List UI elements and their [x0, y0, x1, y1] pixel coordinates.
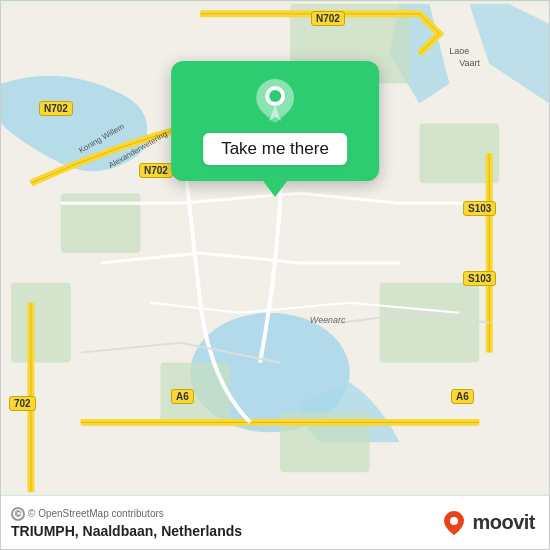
- osm-credit-text: © OpenStreetMap contributors: [28, 508, 164, 519]
- osm-credit: © © OpenStreetMap contributors: [11, 507, 242, 521]
- svg-text:Laoe: Laoe: [449, 46, 469, 56]
- road-label-s103-2: S103: [463, 271, 496, 286]
- location-title: TRIUMPH, Naaldbaan, Netherlands: [11, 523, 242, 539]
- map-popup[interactable]: Take me there: [171, 61, 379, 181]
- svg-text:Vaart: Vaart: [459, 58, 480, 68]
- moovit-icon: [440, 509, 468, 537]
- moovit-text: moovit: [472, 511, 535, 534]
- road-label-a6-right: A6: [451, 389, 474, 404]
- info-left: © © OpenStreetMap contributors TRIUMPH, …: [11, 507, 242, 539]
- road-label-a6-left: A6: [171, 389, 194, 404]
- moovit-logo: moovit: [440, 509, 535, 537]
- road-label-n702-left: N702: [39, 101, 73, 116]
- road-label-s103-1: S103: [463, 201, 496, 216]
- osm-circle-icon: ©: [11, 507, 25, 521]
- location-pin-icon: [253, 79, 297, 123]
- app-container: Weenarc Koning Willem Alexanderwetering …: [0, 0, 550, 550]
- info-bar: © © OpenStreetMap contributors TRIUMPH, …: [1, 495, 549, 549]
- road-label-n702-mid: N702: [139, 163, 173, 178]
- svg-rect-6: [11, 283, 71, 363]
- road-label-n702-top: N702: [311, 11, 345, 26]
- take-me-there-button[interactable]: Take me there: [203, 133, 347, 165]
- map-area[interactable]: Weenarc Koning Willem Alexanderwetering …: [1, 1, 549, 495]
- svg-point-17: [269, 90, 281, 102]
- svg-text:Weenarc: Weenarc: [310, 315, 346, 325]
- road-label-702: 702: [9, 396, 36, 411]
- svg-point-18: [450, 517, 458, 525]
- svg-rect-4: [380, 283, 480, 363]
